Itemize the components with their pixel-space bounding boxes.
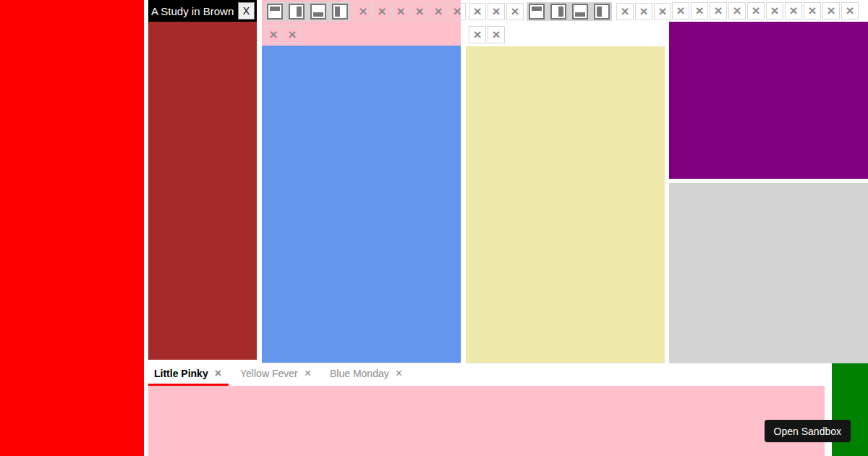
bottom-tabbar: Little Pinky × Yellow Fever × Blue Monda… xyxy=(148,363,825,386)
yellow-window: × × × × × × × × xyxy=(466,0,665,363)
dock-top-icon[interactable] xyxy=(529,4,545,20)
close-button[interactable]: × xyxy=(635,3,652,20)
brown-window-title: A Study in Brown xyxy=(151,5,234,17)
tab-label: Blue Monday xyxy=(330,368,389,379)
dock-icon-group xyxy=(265,2,350,21)
tab-blue-monday[interactable]: Blue Monday × xyxy=(324,363,409,386)
close-button[interactable]: × xyxy=(785,2,802,20)
pink-bottom-panel xyxy=(148,386,825,456)
close-button[interactable]: × xyxy=(728,2,746,20)
close-button[interactable]: × xyxy=(284,26,301,43)
close-button[interactable]: × xyxy=(804,2,821,20)
close-button[interactable]: × xyxy=(488,3,505,20)
close-button[interactable]: × xyxy=(488,26,505,43)
close-button[interactable]: × xyxy=(672,2,689,20)
close-button[interactable]: × xyxy=(710,2,727,20)
close-button[interactable]: X xyxy=(238,2,255,20)
dock-left-icon[interactable] xyxy=(332,4,348,20)
yellow-window-toolbar: × × × × × × × × xyxy=(466,0,665,46)
tab-close-icon[interactable]: × xyxy=(396,368,402,379)
red-panel xyxy=(0,0,144,456)
dock-right-icon[interactable] xyxy=(550,4,566,20)
open-sandbox-button[interactable]: Open Sandbox xyxy=(765,420,851,442)
close-button[interactable]: × xyxy=(392,3,409,20)
close-button[interactable]: × xyxy=(506,3,524,20)
purple-panel xyxy=(669,22,868,179)
close-button[interactable]: × xyxy=(448,3,466,20)
dock-left-icon[interactable] xyxy=(594,4,610,20)
tab-little-pinky[interactable]: Little Pinky × xyxy=(148,363,229,386)
close-button[interactable]: × xyxy=(411,3,428,20)
close-button[interactable]: × xyxy=(430,3,447,20)
yellow-panel xyxy=(466,46,665,363)
close-button[interactable]: × xyxy=(691,2,708,20)
blue-panel xyxy=(262,46,461,363)
gray-panel xyxy=(669,183,868,363)
brown-panel xyxy=(148,22,257,360)
tab-label: Little Pinky xyxy=(154,368,208,379)
dock-bottom-icon[interactable] xyxy=(572,4,588,20)
close-button[interactable]: × xyxy=(469,26,486,43)
dock-top-icon[interactable] xyxy=(267,4,283,20)
blue-window-toolbar: × × × × × × × × xyxy=(262,0,461,46)
blue-toolbar-row-2: × × xyxy=(265,26,458,43)
close-button[interactable]: × xyxy=(265,26,282,43)
right-window-toolbar: × × × × × × × × × × xyxy=(669,0,868,22)
close-button[interactable]: × xyxy=(616,3,634,20)
dock-icon-group xyxy=(527,2,612,21)
yellow-toolbar-row-1: × × × × × × xyxy=(469,2,662,21)
tab-yellow-fever[interactable]: Yellow Fever × xyxy=(234,363,318,386)
close-button[interactable]: × xyxy=(841,2,859,20)
close-button[interactable]: × xyxy=(747,2,765,20)
tab-label: Yellow Fever xyxy=(240,368,298,379)
dock-right-icon[interactable] xyxy=(289,4,305,20)
blue-window: × × × × × × × × xyxy=(262,0,461,363)
tab-close-icon[interactable]: × xyxy=(215,368,221,379)
blue-toolbar-row-1: × × × × × × xyxy=(265,2,458,21)
close-button[interactable]: × xyxy=(766,2,783,20)
tab-close-icon[interactable]: × xyxy=(305,368,311,379)
layout-root: A Study in Brown X × × × × × × xyxy=(0,0,868,456)
close-button[interactable]: × xyxy=(469,3,486,20)
brown-window: A Study in Brown X xyxy=(148,0,257,360)
dock-bottom-icon[interactable] xyxy=(310,4,326,20)
yellow-toolbar-row-2: × × xyxy=(469,26,662,43)
close-button[interactable]: × xyxy=(373,3,391,20)
close-button[interactable]: × xyxy=(822,2,840,20)
close-button[interactable]: × xyxy=(354,3,372,20)
right-window: × × × × × × × × × × xyxy=(669,0,868,363)
brown-window-titlebar: A Study in Brown X xyxy=(148,0,257,22)
